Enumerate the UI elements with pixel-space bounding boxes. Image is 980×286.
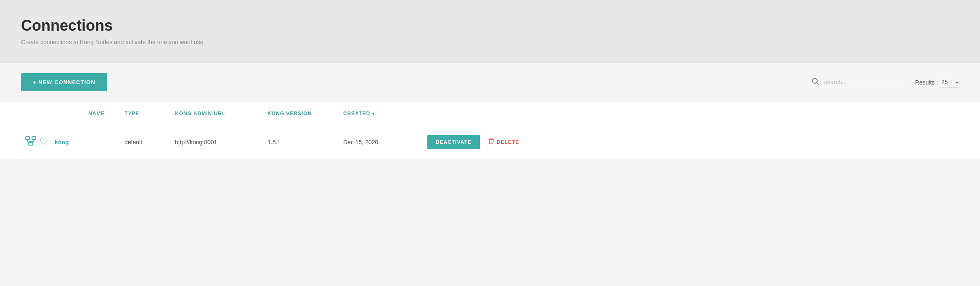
connection-name-link[interactable]: kong — [55, 139, 69, 146]
connections-table-container: NAME TYPE KONG ADMIN URL KONG VERSION CR… — [0, 102, 980, 159]
td-row-icons — [21, 125, 55, 159]
results-selector: Results : 10 25 50 100 ▾ — [915, 77, 959, 87]
td-created: Dec 15, 2020 — [336, 125, 421, 159]
search-icon — [811, 77, 819, 87]
td-actions: DEACTIVATE DELETE — [421, 125, 959, 159]
results-per-page-select[interactable]: 10 25 50 100 — [940, 77, 959, 87]
svg-rect-3 — [32, 137, 36, 140]
favorite-icon[interactable] — [40, 137, 48, 147]
table-row: kong default http://kong:8001 1.5.1 Dec … — [21, 125, 959, 159]
connections-table: NAME TYPE KONG ADMIN URL KONG VERSION CR… — [21, 102, 959, 159]
th-created[interactable]: CREATED ▾ — [336, 102, 421, 125]
table-header-row: NAME TYPE KONG ADMIN URL KONG VERSION CR… — [21, 102, 959, 125]
th-actions — [421, 102, 959, 125]
trash-icon — [488, 138, 494, 146]
svg-rect-2 — [26, 137, 29, 140]
search-input[interactable] — [823, 76, 907, 88]
svg-point-0 — [812, 78, 817, 83]
td-url: http://kong:8001 — [168, 125, 261, 159]
td-version: 1.5.1 — [261, 125, 336, 159]
td-connection-name: kong — [55, 125, 118, 159]
page-subtitle: Create connections to Kong Nodes and act… — [21, 39, 959, 45]
sort-desc-icon: ▾ — [372, 111, 375, 116]
delete-button[interactable]: DELETE — [484, 134, 523, 150]
svg-rect-4 — [29, 142, 33, 145]
deactivate-button[interactable]: DEACTIVATE — [427, 135, 480, 149]
new-connection-button[interactable]: + NEW CONNECTION — [21, 73, 107, 91]
search-container — [811, 76, 907, 88]
th-icons — [21, 102, 55, 125]
page-header: Connections Create connections to Kong N… — [0, 0, 980, 63]
results-select-wrapper: 10 25 50 100 ▾ — [940, 77, 959, 87]
td-type: default — [118, 125, 168, 159]
toolbar-right: Results : 10 25 50 100 ▾ — [811, 76, 959, 88]
th-type: TYPE — [118, 102, 168, 125]
page-title: Connections — [21, 17, 959, 34]
svg-line-1 — [817, 83, 818, 85]
network-icon — [25, 136, 36, 148]
th-name: NAME — [55, 102, 118, 125]
toolbar: + NEW CONNECTION Results : 10 25 50 100 — [0, 63, 980, 102]
results-label: Results : — [915, 79, 938, 86]
th-kong-version: KONG VERSION — [261, 102, 336, 125]
th-kong-admin-url: KONG ADMIN URL — [168, 102, 261, 125]
